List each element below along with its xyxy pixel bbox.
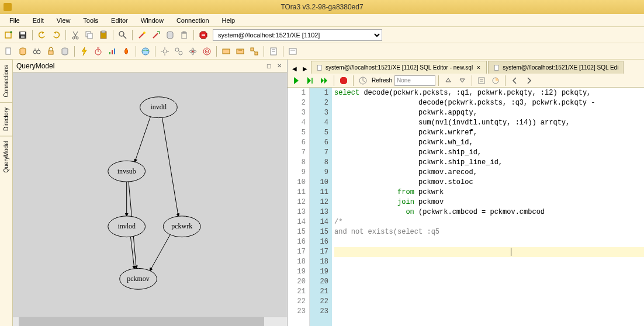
sort-desc-button[interactable] [456, 74, 469, 87]
menu-item-help[interactable]: Help [216, 15, 241, 26]
svg-text:pckwrk: pckwrk [171, 222, 192, 230]
app-icon [4, 3, 12, 11]
save-button[interactable] [16, 29, 29, 41]
t2-box3-button[interactable] [248, 45, 261, 58]
t2-new-button[interactable] [2, 45, 15, 58]
menu-item-tools[interactable]: Tools [77, 15, 104, 26]
svg-rect-13 [102, 31, 105, 33]
tool-trash-button[interactable] [178, 29, 191, 41]
refresh-label: Refresh [371, 77, 393, 84]
refresh-combo[interactable] [394, 75, 435, 86]
cut-button[interactable] [69, 29, 82, 41]
svg-rect-76 [494, 65, 498, 70]
svg-line-81 [363, 81, 365, 82]
stop-button[interactable] [197, 29, 210, 41]
new-connection-button[interactable] [2, 29, 15, 41]
t2-binoculars-button[interactable] [30, 45, 43, 58]
side-tab-directory[interactable]: Directory [0, 102, 12, 136]
svg-text:invlod: invlod [117, 222, 136, 230]
sort-asc-button[interactable] [442, 74, 455, 87]
paste-button[interactable] [97, 29, 110, 41]
tab-prev-button[interactable]: ◀ [290, 63, 299, 74]
t2-script-button[interactable] [267, 45, 280, 58]
svg-rect-62 [289, 48, 296, 54]
side-tabs: ConnectionsDirectoryQueryModel [0, 60, 13, 326]
svg-rect-11 [88, 33, 92, 39]
t2-db2-button[interactable] [58, 45, 71, 58]
svg-point-27 [33, 50, 37, 54]
menu-item-view[interactable]: View [51, 15, 77, 26]
svg-rect-38 [114, 48, 115, 54]
explain-button[interactable] [475, 74, 488, 87]
tool-db-button[interactable] [164, 29, 176, 41]
t2-atom-button[interactable] [186, 45, 199, 58]
t2-gears-button[interactable] [172, 45, 185, 58]
t2-target-button[interactable] [200, 45, 213, 58]
prev-button[interactable] [508, 74, 521, 87]
svg-line-15 [123, 36, 126, 39]
t2-db-button[interactable] [16, 45, 29, 58]
svg-rect-53 [223, 49, 230, 54]
editor-tab-0[interactable]: system@//localhost:1521/XE [1102] SQL Ed… [311, 61, 487, 74]
panel-float-button[interactable]: ◻ [265, 62, 273, 70]
menu-item-window[interactable]: Window [135, 15, 169, 26]
svg-rect-75 [317, 65, 321, 70]
menubar: FileEditViewToolsEditorWindowConnectionH… [0, 14, 644, 27]
svg-point-17 [143, 32, 146, 34]
side-tab-connections[interactable]: Connections [0, 60, 12, 102]
svg-point-46 [179, 51, 182, 55]
redo-button[interactable] [50, 29, 63, 41]
t2-stopwatch-button[interactable] [92, 45, 105, 58]
svg-rect-56 [251, 48, 254, 51]
svg-text:pckmov: pckmov [127, 275, 149, 283]
run-all-button[interactable] [318, 74, 331, 87]
code-editor[interactable]: 1234567891011121314151617181920212223 12… [288, 88, 644, 326]
editor-tab-1[interactable]: system@//localhost:1521/XE [1102] SQL Ed… [488, 61, 624, 74]
editor-panel: ◀ ▶ system@//localhost:1521/XE [1102] SQ… [288, 60, 644, 326]
copy-button[interactable] [83, 29, 96, 41]
run-step-button[interactable] [304, 74, 317, 87]
svg-rect-63 [290, 50, 295, 51]
stop-exec-button[interactable] [337, 74, 350, 87]
svg-rect-37 [112, 50, 113, 54]
svg-rect-24 [202, 34, 205, 36]
t2-box2-button[interactable] [234, 45, 247, 58]
tab-next-button[interactable]: ▶ [300, 63, 310, 74]
code-content[interactable]: select decode(pckwrk.pcksts, :q1, pckwrk… [332, 88, 644, 326]
window-titlebar: TOra3 v3.2-98-ga8380ed7 [0, 0, 644, 14]
t2-lock-button[interactable] [44, 45, 57, 58]
svg-point-39 [142, 48, 149, 55]
menu-item-editor[interactable]: Editor [105, 15, 134, 26]
undo-button[interactable] [36, 29, 49, 41]
t2-gear-button[interactable] [158, 45, 171, 58]
t2-form-button[interactable] [286, 45, 299, 58]
t2-bolt-button[interactable] [78, 45, 91, 58]
tool-wand2-button[interactable] [150, 29, 162, 41]
panel-close-button[interactable]: ✕ [275, 62, 283, 70]
t2-flame-button[interactable] [120, 45, 133, 58]
t2-box1-button[interactable] [220, 45, 233, 58]
tab-close-button[interactable]: ✕ [475, 64, 482, 71]
menu-item-file[interactable]: File [4, 15, 26, 26]
menu-item-edit[interactable]: Edit [27, 15, 50, 26]
svg-rect-54 [237, 49, 244, 54]
editor-tabs: ◀ ▶ system@//localhost:1521/XE [1102] SQ… [288, 60, 644, 74]
search-button[interactable] [116, 29, 129, 41]
svg-rect-5 [21, 36, 25, 38]
svg-rect-20 [182, 33, 186, 39]
h-scrollbar[interactable] [13, 317, 287, 326]
svg-line-58 [254, 51, 255, 52]
tool-wand-button[interactable] [136, 29, 148, 41]
schedule-button[interactable] [356, 74, 369, 87]
run-button[interactable] [290, 74, 303, 87]
graph-canvas[interactable]: invdtlinvsubinvlodpckwrkpckmov [13, 72, 287, 317]
connection-combo[interactable]: system@//localhost:1521/XE [1102] [213, 29, 382, 41]
side-tab-querymodel[interactable]: QueryModel [0, 136, 12, 177]
next-button[interactable] [522, 74, 535, 87]
stats-button[interactable] [489, 74, 502, 87]
t2-chart-button[interactable] [106, 45, 119, 58]
svg-rect-22 [183, 32, 185, 33]
svg-point-49 [192, 50, 194, 52]
menu-item-connection[interactable]: Connection [171, 15, 215, 26]
t2-globe-button[interactable] [139, 45, 152, 58]
